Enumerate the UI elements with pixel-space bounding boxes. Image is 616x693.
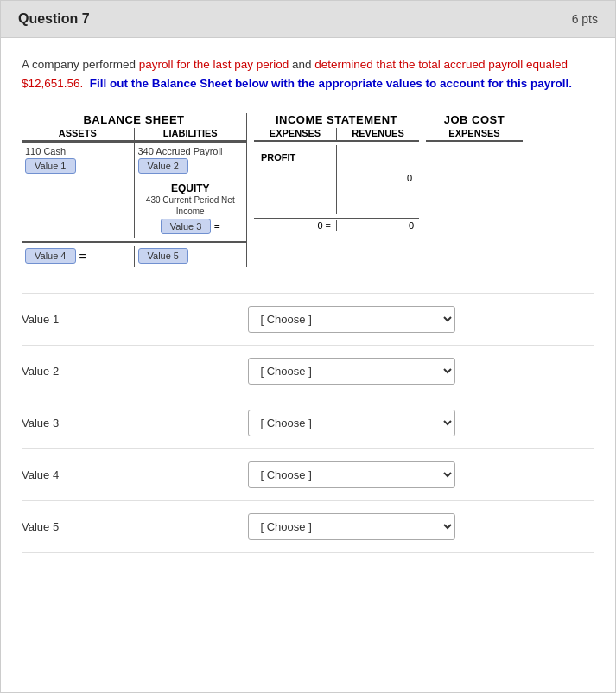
equals-sign2: = bbox=[79, 250, 86, 264]
is-revenues-column: 0 bbox=[337, 145, 419, 214]
job-cost-section: JOB COST EXPENSES bbox=[419, 113, 523, 267]
question-content: A company performed payroll for the last… bbox=[1, 38, 615, 570]
bs-total-right: Value 5 bbox=[135, 246, 247, 267]
highlight-payroll: payroll bbox=[139, 58, 174, 71]
equity-title: EQUITY bbox=[138, 182, 244, 194]
highlight-period: for the last pay period bbox=[176, 58, 289, 71]
is-sub-headers: EXPENSES REVENUES bbox=[254, 128, 419, 142]
equity-account-label: 430 Current Period Net Income bbox=[138, 194, 244, 217]
question-points: 6 pts bbox=[572, 12, 598, 26]
intro-paragraph: A company performed payroll for the last… bbox=[22, 55, 594, 92]
value4-label: Value 4 bbox=[22, 468, 91, 481]
value2-select[interactable]: [ Choose ] bbox=[248, 358, 455, 385]
value1-select-wrap: [ Choose ] bbox=[108, 306, 594, 333]
value2-select-wrap: [ Choose ] bbox=[108, 358, 594, 385]
value1-label: Value 1 bbox=[22, 313, 91, 326]
income-statement-title: INCOME STATEMENT bbox=[254, 113, 419, 126]
bs-sub-headers: ASSETS LIABILITIES bbox=[22, 128, 246, 143]
value3-select[interactable]: [ Choose ] bbox=[248, 410, 455, 436]
value4-row: Value 4 [ Choose ] bbox=[22, 449, 594, 501]
income-statement: INCOME STATEMENT EXPENSES REVENUES PROFI… bbox=[246, 113, 419, 267]
bs-value1-box: Value 1 bbox=[25, 158, 76, 174]
job-cost-expenses-header: EXPENSES bbox=[426, 128, 523, 142]
value2-row: Value 2 [ Choose ] bbox=[22, 346, 594, 397]
revenues-header: REVENUES bbox=[337, 128, 419, 140]
highlight-instruction: Fill out the Balance Sheet below with th… bbox=[90, 77, 572, 90]
question-card: Question 7 6 pts A company performed pay… bbox=[0, 0, 616, 693]
value1-row: Value 1 [ Choose ] bbox=[22, 293, 594, 346]
value4-select-wrap: [ Choose ] bbox=[108, 461, 594, 488]
value4-select[interactable]: [ Choose ] bbox=[248, 461, 455, 488]
accounting-layout: BALANCE SHEET ASSETS LIABILITIES 110 Cas… bbox=[22, 113, 594, 267]
liabilities-column: 340 Accrued Payroll Value 2 EQUITY 430 C… bbox=[135, 143, 247, 238]
bs-totals-row: Value 4 = Value 5 bbox=[22, 241, 246, 267]
value2-label: Value 2 bbox=[22, 365, 91, 378]
bs-body: 110 Cash Value 1 340 Accrued Payroll Val… bbox=[22, 143, 246, 238]
value5-row: Value 5 [ Choose ] bbox=[22, 501, 594, 553]
profit-value: 0 bbox=[340, 173, 416, 183]
equals-sign1: = bbox=[214, 220, 220, 232]
is-total-row: 0 = 0 bbox=[254, 218, 419, 231]
value5-select-wrap: [ Choose ] bbox=[108, 513, 594, 540]
bs-total-left: Value 4 = bbox=[22, 246, 135, 267]
value5-select[interactable]: [ Choose ] bbox=[248, 513, 455, 540]
balance-sheet: BALANCE SHEET ASSETS LIABILITIES 110 Cas… bbox=[22, 113, 246, 267]
expenses-header: EXPENSES bbox=[254, 128, 337, 140]
value-dropdowns: Value 1 [ Choose ] Value 2 [ Choose ] Va… bbox=[22, 293, 594, 553]
is-total-left: 0 = bbox=[254, 220, 337, 231]
value3-select-wrap: [ Choose ] bbox=[108, 410, 594, 436]
profit-label: PROFIT bbox=[261, 152, 295, 162]
question-title: Question 7 bbox=[18, 11, 90, 27]
cash-account-label: 110 Cash bbox=[25, 146, 130, 156]
assets-column: 110 Cash Value 1 bbox=[22, 143, 135, 238]
job-cost-title: JOB COST bbox=[426, 113, 523, 126]
bs-value5-box: Value 5 bbox=[138, 248, 189, 264]
assets-header: ASSETS bbox=[22, 128, 135, 141]
question-header: Question 7 6 pts bbox=[1, 1, 615, 38]
bs-value3-box: Value 3 bbox=[161, 219, 212, 234]
is-expenses-column: PROFIT bbox=[254, 145, 337, 214]
value1-select[interactable]: [ Choose ] bbox=[248, 306, 455, 333]
is-total-right: 0 bbox=[337, 220, 419, 231]
is-body: PROFIT 0 bbox=[254, 145, 419, 214]
bs-value2-box: Value 2 bbox=[138, 158, 189, 174]
profit-row: PROFIT bbox=[257, 152, 333, 162]
bs-value4-box: Value 4 bbox=[25, 248, 76, 264]
value5-label: Value 5 bbox=[22, 520, 91, 533]
value3-row: Value 3 [ Choose ] bbox=[22, 397, 594, 449]
accrued-payroll-label: 340 Accrued Payroll bbox=[138, 146, 244, 156]
value3-label: Value 3 bbox=[22, 416, 91, 429]
liabilities-header: LIABILITIES bbox=[135, 128, 247, 141]
equity-section: EQUITY 430 Current Period Net Income Val… bbox=[138, 182, 244, 238]
balance-sheet-title: BALANCE SHEET bbox=[22, 113, 246, 126]
